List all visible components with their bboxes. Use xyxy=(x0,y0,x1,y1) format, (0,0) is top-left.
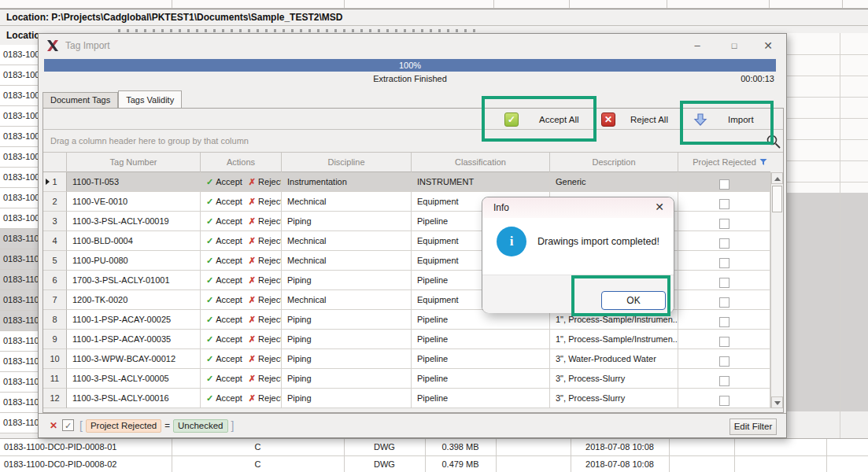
column-header-tag-number[interactable]: Tag Number xyxy=(67,153,201,172)
filter-expression[interactable]: [ Project Rejected = Unchecked ] xyxy=(79,418,234,433)
table-row[interactable]: 11100-TI-053✓Accept✗RejectInstrumentatio… xyxy=(43,172,770,192)
project-rejected-checkbox[interactable] xyxy=(719,278,729,288)
accept-check-icon: ✓ xyxy=(206,315,213,324)
project-rejected-checkbox[interactable] xyxy=(719,376,729,386)
reject-link[interactable]: Reject xyxy=(258,275,282,285)
accept-link[interactable]: Accept xyxy=(216,177,242,186)
reject-link[interactable]: Reject xyxy=(258,216,282,226)
table-row[interactable]: 91100-1-PSP-ACAY-00035✓Accept✗RejectPipi… xyxy=(43,330,770,349)
accept-link[interactable]: Accept xyxy=(216,216,242,226)
dialog-titlebar[interactable]: Tag Import – □ ✕ xyxy=(39,34,786,57)
accept-link[interactable]: Accept xyxy=(216,256,242,265)
background-list-item[interactable]: 0183-100 xyxy=(0,65,38,86)
background-list-item[interactable]: 0183-100 xyxy=(0,208,38,229)
background-list-item[interactable]: 0183-110 xyxy=(0,413,38,433)
classification-cell: Pipeline xyxy=(412,349,550,369)
table-row[interactable]: 121100-3-PSL-ACLY-00016✓Accept✗RejectPip… xyxy=(43,389,770,408)
reject-cross-icon: ✗ xyxy=(249,393,256,403)
background-list-item[interactable]: 0183-100 xyxy=(0,147,38,168)
reject-all-button[interactable]: ✕ Reject All xyxy=(601,112,668,127)
project-rejected-checkbox[interactable] xyxy=(719,258,729,268)
background-list-item[interactable]: 0183-110 xyxy=(0,311,38,331)
background-list-item[interactable]: 0183-100 xyxy=(0,188,38,208)
reject-link[interactable]: Reject xyxy=(258,295,282,304)
background-document-row[interactable]: 0183-1100-DC0-PID-0008-01CDWG0.398 MB201… xyxy=(0,439,868,456)
background-list-item[interactable]: 0183-110 xyxy=(0,249,38,270)
reject-link[interactable]: Reject xyxy=(258,315,282,324)
project-rejected-checkbox[interactable] xyxy=(719,199,729,209)
remove-filter-icon[interactable]: ✕ xyxy=(50,420,57,431)
minimize-icon[interactable]: – xyxy=(685,37,709,54)
project-rejected-checkbox[interactable] xyxy=(719,238,729,249)
tab-document-tags[interactable]: Document Tags xyxy=(42,92,118,108)
accept-link[interactable]: Accept xyxy=(216,236,242,245)
table-row[interactable]: 101100-3-WPW-BCAY-00012✓Accept✗RejectPip… xyxy=(43,349,770,369)
background-list-item[interactable]: 0183-100 xyxy=(0,127,38,147)
info-close-icon[interactable]: ✕ xyxy=(655,201,664,213)
accept-link[interactable]: Accept xyxy=(216,393,242,403)
close-icon[interactable]: ✕ xyxy=(756,37,780,54)
tag-number-cell: 1100-3-WPW-BCAY-00012 xyxy=(67,349,201,369)
tag-number-cell: 1100-BLD-0004 xyxy=(67,231,201,251)
project-rejected-checkbox[interactable] xyxy=(719,396,729,406)
filter-enabled-checkbox[interactable]: ✓ xyxy=(62,419,74,431)
column-header-project-rejected[interactable]: Project Rejected xyxy=(678,153,770,172)
project-rejected-checkbox[interactable] xyxy=(719,317,729,327)
vertical-scrollbar[interactable] xyxy=(770,172,783,408)
background-list-item[interactable]: 0183-110 xyxy=(0,352,38,372)
reject-link[interactable]: Reject xyxy=(258,334,282,344)
scroll-down-icon[interactable] xyxy=(771,396,783,408)
column-header-classification[interactable]: Classification xyxy=(412,153,550,172)
reject-link[interactable]: Reject xyxy=(258,393,282,403)
doc-number: 0183-1100-DC0-PID-0008-01 xyxy=(4,439,117,455)
project-rejected-checkbox[interactable] xyxy=(719,179,729,190)
background-list-item[interactable]: 0183-110 xyxy=(0,372,38,393)
accept-link[interactable]: Accept xyxy=(216,374,242,383)
scroll-up-icon[interactable] xyxy=(771,172,783,184)
column-header-description[interactable]: Description xyxy=(550,153,678,172)
background-list-item[interactable]: 0183-100 xyxy=(0,106,38,127)
reject-link[interactable]: Reject xyxy=(258,236,282,245)
background-list-item[interactable]: 0183-110 xyxy=(0,270,38,290)
scrollbar-thumb[interactable] xyxy=(772,186,782,212)
accept-link[interactable]: Accept xyxy=(216,315,242,324)
edit-filter-button[interactable]: Edit Filter xyxy=(729,419,777,435)
accept-link[interactable]: Accept xyxy=(216,354,242,363)
column-header-discipline[interactable]: Discipline xyxy=(282,153,412,172)
reject-link[interactable]: Reject xyxy=(258,177,282,186)
column-header-actions[interactable]: Actions xyxy=(201,153,282,172)
background-list-item[interactable]: 0183-110 xyxy=(0,331,38,352)
background-list-item[interactable]: 0183-100 xyxy=(0,45,38,65)
project-rejected-checkbox[interactable] xyxy=(719,297,729,308)
filter-field-chip[interactable]: Project Rejected xyxy=(86,419,161,433)
reject-cross-icon: ✗ xyxy=(249,236,256,245)
background-document-row[interactable]: 0183-1100-DC0-PID-0008-02CDWG0.479 MB201… xyxy=(0,456,868,472)
tab-tags-validity[interactable]: Tags Validity xyxy=(118,90,182,108)
filter-funnel-icon[interactable] xyxy=(759,158,767,166)
project-rejected-checkbox[interactable] xyxy=(719,219,729,229)
background-list-item[interactable]: 0183-110 xyxy=(0,393,38,413)
table-row[interactable]: 111100-3-PSL-ACLY-00005✓Accept✗RejectPip… xyxy=(43,369,770,389)
reject-link[interactable]: Reject xyxy=(258,197,282,206)
accept-link[interactable]: Accept xyxy=(216,295,242,304)
accept-link[interactable]: Accept xyxy=(216,334,242,344)
group-by-panel[interactable]: Drag a column header here to group by th… xyxy=(43,130,783,153)
reject-link[interactable]: Reject xyxy=(258,256,282,265)
tag-number-cell: 1100-PU-0080 xyxy=(67,251,201,271)
filter-value-chip[interactable]: Unchecked xyxy=(173,419,228,433)
accept-link[interactable]: Accept xyxy=(216,197,242,206)
info-titlebar[interactable]: Info ✕ xyxy=(482,197,674,218)
background-list-item[interactable]: 0183-110 xyxy=(0,290,38,311)
accept-link[interactable]: Accept xyxy=(216,275,242,285)
reject-all-label: Reject All xyxy=(630,115,668,124)
background-list-item[interactable]: 0183-100 xyxy=(0,168,38,188)
project-rejected-checkbox[interactable] xyxy=(719,356,729,367)
background-list-item[interactable]: 0183-110 xyxy=(0,229,38,249)
maximize-icon[interactable]: □ xyxy=(722,37,746,54)
actions-cell: ✓Accept✗Reject xyxy=(201,389,282,408)
reject-link[interactable]: Reject xyxy=(258,354,282,363)
background-list-item[interactable]: 0183-100 xyxy=(0,86,38,106)
project-rejected-checkbox[interactable] xyxy=(719,337,729,347)
reject-link[interactable]: Reject xyxy=(258,374,282,383)
doc-revision: C xyxy=(172,456,344,472)
